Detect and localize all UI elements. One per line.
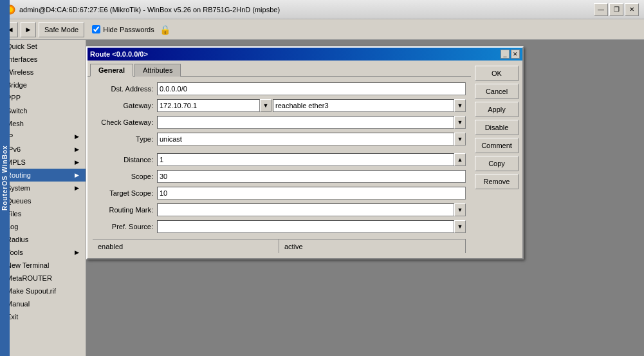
routing-mark-row: Routing Mark: ▼ <box>93 203 466 217</box>
sidebar-item-ipv6[interactable]: IPv6 ▶ <box>0 143 86 156</box>
sidebar-item-wireless[interactable]: Wireless <box>0 66 86 79</box>
check-gateway-input[interactable] <box>157 116 454 129</box>
sidebar-item-routing[interactable]: Routing ▶ <box>0 169 86 182</box>
ok-button[interactable]: OK <box>475 66 519 81</box>
title-bar: admin@D4:CA:6D:67:27:E6 (MikroTik) - Win… <box>0 0 644 19</box>
target-scope-row: Target Scope: <box>93 186 466 200</box>
dialog-titlebar[interactable]: Route <0.0.0.0/0> _ ✕ <box>87 48 522 61</box>
target-scope-input[interactable] <box>157 187 466 200</box>
forward-button[interactable]: ► <box>21 22 36 37</box>
content-area: Route <0.0.0.0/0> _ ✕ General <box>86 40 644 356</box>
pref-source-input[interactable] <box>157 220 454 233</box>
gateway-row: Gateway: ▼ ▼ <box>93 98 466 113</box>
pref-source-row: Pref. Source: ▼ <box>93 220 466 234</box>
type-input[interactable] <box>157 133 454 145</box>
routing-mark-input-group: ▼ <box>157 203 466 216</box>
password-icons: 🔒 <box>160 24 170 35</box>
remove-button[interactable]: Remove <box>475 174 519 189</box>
hide-passwords-label[interactable]: Hide Passwords <box>92 25 154 33</box>
sidebar-item-files[interactable]: Files <box>0 207 86 220</box>
routing-mark-input[interactable] <box>157 203 454 216</box>
toolbar: ◄ ► Safe Mode Hide Passwords 🔒 <box>0 19 644 40</box>
safe-mode-button[interactable]: Safe Mode <box>39 22 84 37</box>
sidebar-item-log[interactable]: Log <box>0 220 86 233</box>
tab-general[interactable]: General <box>90 64 133 77</box>
distance-spinner-button[interactable]: ▲ <box>454 153 466 166</box>
type-label: Type: <box>93 135 157 143</box>
gateway-dropdown-button[interactable]: ▼ <box>260 99 271 112</box>
sidebar-item-tools[interactable]: Tools ▶ <box>0 246 86 259</box>
dialog-status-bar: enabled active <box>93 239 466 253</box>
apply-button[interactable]: Apply <box>475 102 519 117</box>
pref-source-dropdown-button[interactable]: ▼ <box>454 220 466 233</box>
sidebar-item-ip[interactable]: IP ▶ <box>0 130 86 143</box>
gateway-second-input[interactable] <box>273 99 454 112</box>
scope-label: Scope: <box>93 173 157 180</box>
check-gateway-dropdown-button[interactable]: ▼ <box>454 116 466 129</box>
routeros-label: RouterOS WinBox <box>0 0 10 356</box>
minimize-button[interactable]: — <box>594 3 608 16</box>
sidebar-item-interfaces[interactable]: Interfaces <box>0 53 86 66</box>
window-title: admin@D4:CA:6D:67:27:E6 (MikroTik) - Win… <box>19 6 280 14</box>
sidebar-item-make-supout[interactable]: Make Supout.rif <box>0 285 86 297</box>
distance-input-group: ▲ <box>157 153 466 166</box>
pref-source-label: Pref. Source: <box>93 223 157 230</box>
dialog-close-button[interactable]: ✕ <box>511 50 520 59</box>
sidebar-item-mpls[interactable]: MPLS ▶ <box>0 156 86 169</box>
gateway-label: Gateway: <box>93 102 157 109</box>
sidebar-item-new-terminal[interactable]: New Terminal <box>0 259 86 272</box>
copy-button[interactable]: Copy <box>475 156 519 171</box>
dialog-status-active: active <box>279 239 466 253</box>
comment-button[interactable]: Comment <box>475 138 519 153</box>
distance-row: Distance: ▲ <box>93 153 466 167</box>
close-button[interactable]: ✕ <box>625 3 639 16</box>
gateway-second-dropdown-button[interactable]: ▼ <box>454 99 466 112</box>
dialog-left: General Attributes Dst. Address: <box>87 61 471 258</box>
type-input-group: ▼ <box>157 133 466 145</box>
dst-address-label: Dst. Address: <box>93 85 157 93</box>
routing-mark-dropdown-button[interactable]: ▼ <box>454 203 466 216</box>
sidebar-item-mesh[interactable]: Mesh <box>0 117 86 130</box>
window-controls: — ❐ ✕ <box>594 3 639 16</box>
dialog-status-enabled: enabled <box>93 239 279 253</box>
ip-arrow-icon: ▶ <box>75 133 79 140</box>
route-dialog: Route <0.0.0.0/0> _ ✕ General <box>86 46 524 259</box>
check-gateway-label: Check Gateway: <box>93 118 157 126</box>
sidebar-item-quickset[interactable]: Quick Set <box>0 40 86 53</box>
sidebar-item-exit[interactable]: Exit <box>0 310 86 323</box>
main-layout: RouterOS WinBox Quick Set Interfaces Wir… <box>0 40 644 356</box>
check-gateway-input-group: ▼ <box>157 116 466 129</box>
dst-address-row: Dst. Address: <box>93 82 466 96</box>
sidebar-item-system[interactable]: System ▶ <box>0 182 86 194</box>
distance-label: Distance: <box>93 156 157 164</box>
sidebar-item-bridge[interactable]: Bridge <box>0 79 86 91</box>
hide-passwords-checkbox[interactable] <box>92 25 100 33</box>
tools-arrow-icon: ▶ <box>75 249 79 256</box>
sidebar-item-queues[interactable]: Queues <box>0 194 86 207</box>
dialog-title-buttons: _ ✕ <box>501 50 520 59</box>
dialog-tabs: General Attributes <box>87 61 471 76</box>
mpls-arrow-icon: ▶ <box>75 159 79 165</box>
dialog-body: General Attributes Dst. Address: <box>87 61 522 258</box>
scope-input[interactable] <box>157 170 466 183</box>
cancel-button[interactable]: Cancel <box>475 84 519 99</box>
restore-button[interactable]: ❐ <box>609 3 623 16</box>
action-buttons-panel: OK Cancel Apply Disable Comment Copy Rem… <box>471 61 522 258</box>
sidebar-item-radius[interactable]: Radius <box>0 233 86 246</box>
gateway-input[interactable] <box>157 99 260 112</box>
ipv6-arrow-icon: ▶ <box>75 146 79 153</box>
dialog-form: Dst. Address: Gateway: ▼ ▼ <box>87 76 471 258</box>
dialog-minimize-button[interactable]: _ <box>501 50 510 59</box>
type-dropdown-button[interactable]: ▼ <box>454 133 466 145</box>
dst-address-input[interactable] <box>157 82 466 95</box>
distance-input[interactable] <box>157 153 454 166</box>
check-gateway-row: Check Gateway: ▼ <box>93 115 466 129</box>
type-row: Type: ▼ <box>93 132 466 146</box>
sidebar-item-switch[interactable]: Switch <box>0 104 86 117</box>
tab-attributes[interactable]: Attributes <box>134 64 181 77</box>
sidebar: Quick Set Interfaces Wireless Bridge PPP… <box>0 40 86 356</box>
disable-button[interactable]: Disable <box>475 120 519 135</box>
sidebar-item-manual[interactable]: Manual <box>0 297 86 310</box>
sidebar-item-ppp[interactable]: PPP <box>0 91 86 104</box>
sidebar-item-metarouter[interactable]: MetaROUTER <box>0 272 86 285</box>
